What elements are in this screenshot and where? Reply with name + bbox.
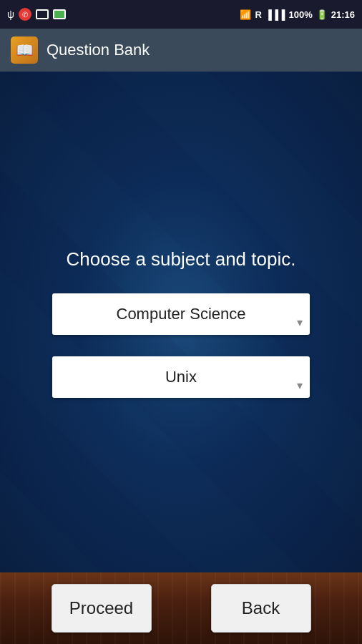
subject-dropdown-value: Computer Science bbox=[117, 305, 246, 323]
clock: 21:16 bbox=[331, 9, 355, 20]
wifi-icon: 📶 bbox=[240, 9, 251, 20]
subject-dropdown-container[interactable]: Computer Science bbox=[52, 293, 310, 335]
title-bar: 📖 Question Bank bbox=[0, 29, 362, 72]
status-left-icons: ψ ✆ bbox=[7, 8, 66, 21]
instruction-text: Choose a subject and topic. bbox=[38, 246, 325, 272]
status-bar: ψ ✆ 📶 R ▐▐▐ 100% 🔋 21:16 bbox=[0, 0, 362, 29]
app-icon: 📖 bbox=[11, 36, 38, 64]
topic-dropdown-container[interactable]: Unix bbox=[52, 356, 310, 398]
status-right-icons: 📶 R ▐▐▐ 100% 🔋 21:16 bbox=[240, 9, 355, 20]
battery-percent: 100% bbox=[289, 9, 313, 20]
signal-icon: R bbox=[255, 9, 261, 20]
bottom-bar: Proceed Back bbox=[0, 572, 362, 644]
book-icon: 📖 bbox=[16, 42, 34, 59]
subject-dropdown[interactable]: Computer Science bbox=[52, 293, 310, 335]
screenshot-icon bbox=[36, 9, 49, 19]
usb-icon: ψ bbox=[7, 9, 14, 20]
app-title: Question Bank bbox=[47, 41, 150, 59]
signal-bars-icon: ▐▐▐ bbox=[265, 9, 285, 20]
battery-icon: 🔋 bbox=[316, 9, 328, 20]
back-button[interactable]: Back bbox=[211, 584, 311, 633]
phone-icon: ✆ bbox=[19, 8, 31, 21]
proceed-button[interactable]: Proceed bbox=[52, 584, 152, 633]
topic-dropdown[interactable]: Unix bbox=[52, 356, 310, 398]
battery-level-icon bbox=[53, 9, 66, 19]
main-content: Choose a subject and topic. Computer Sci… bbox=[0, 72, 362, 572]
topic-dropdown-value: Unix bbox=[165, 368, 197, 386]
